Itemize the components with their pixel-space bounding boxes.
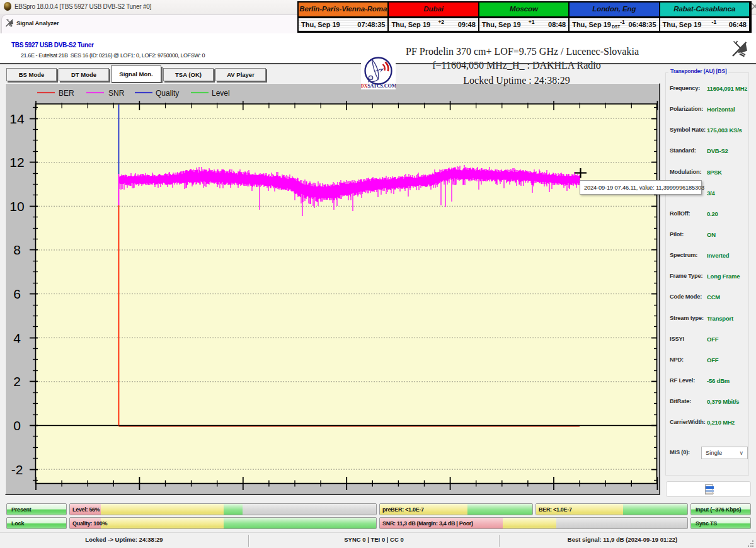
svg-text:DXSATCS.COM: DXSATCS.COM bbox=[361, 83, 396, 89]
